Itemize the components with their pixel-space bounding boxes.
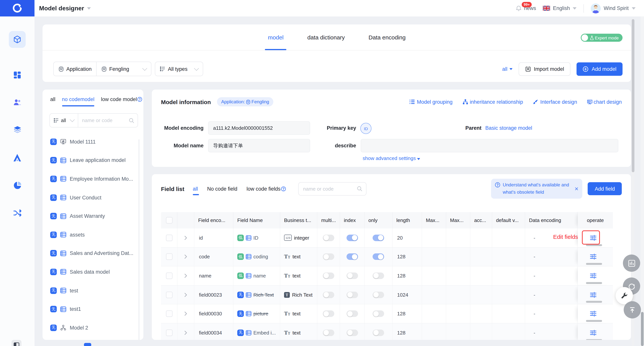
- chevron-down-icon[interactable]: [87, 7, 91, 9]
- only-toggle[interactable]: [372, 254, 384, 260]
- expand-row[interactable]: [178, 228, 194, 247]
- field-tab-low-code[interactable]: low code fields: [246, 186, 286, 191]
- close-icon[interactable]: ✕: [574, 186, 579, 191]
- application-select[interactable]: Application Fengling: [53, 62, 152, 76]
- index-toggle[interactable]: [346, 254, 358, 260]
- sidebar-item-dashboard[interactable]: [9, 67, 26, 83]
- row-checkbox[interactable]: [166, 235, 172, 241]
- edit-field-button[interactable]: [590, 292, 596, 298]
- model-list-item[interactable]: 无 Sales and Advertising Dat...: [42, 244, 143, 263]
- inheritance-relationship-button[interactable]: inheritance relationship: [462, 99, 523, 105]
- model-name-input[interactable]: [208, 139, 310, 152]
- add-field-button[interactable]: Add field: [588, 182, 622, 195]
- import-model-button[interactable]: Import model: [518, 62, 570, 76]
- row-checkbox[interactable]: [166, 292, 172, 298]
- tab-data-encoding[interactable]: Data encoding: [368, 34, 406, 41]
- sidebar-item-layers[interactable]: [9, 121, 26, 138]
- index-toggle[interactable]: [346, 310, 358, 317]
- show-advanced-settings-link[interactable]: show advanced settings: [152, 155, 631, 161]
- search-icon[interactable]: [357, 186, 362, 191]
- only-toggle[interactable]: [372, 235, 384, 241]
- collapse-sidebar-button[interactable]: [12, 340, 22, 346]
- multi-toggle[interactable]: [323, 273, 334, 279]
- model-list-item[interactable]: 无 Leave application model: [42, 151, 143, 170]
- app-logo[interactable]: [0, 0, 34, 16]
- sidebar-item-team[interactable]: [9, 94, 26, 111]
- select-all-checkbox[interactable]: [166, 217, 172, 223]
- index-toggle[interactable]: [346, 235, 358, 241]
- sidebar-item-ai[interactable]: [9, 149, 26, 166]
- edit-field-button[interactable]: [590, 310, 596, 317]
- model-list-item[interactable]: 无 Employee Information Mo...: [42, 170, 143, 188]
- expand-row[interactable]: [178, 266, 194, 285]
- user-menu[interactable]: Wind Spirit: [590, 3, 636, 13]
- model-search-filter[interactable]: all: [50, 114, 78, 127]
- horizontal-scrollbar[interactable]: [586, 339, 602, 340]
- model-search-input[interactable]: [78, 118, 129, 123]
- parent-model-link[interactable]: Basic storage model: [485, 121, 532, 135]
- expand-row[interactable]: [178, 247, 194, 266]
- model-list-item[interactable]: 无 Model 2: [42, 319, 143, 337]
- expand-row[interactable]: [178, 286, 194, 304]
- model-grouping-button[interactable]: Model grouping: [410, 99, 452, 105]
- index-toggle[interactable]: [346, 273, 358, 279]
- only-toggle[interactable]: [372, 310, 384, 317]
- multi-toggle[interactable]: [323, 235, 334, 241]
- tab-data-dictionary[interactable]: data dictionary: [308, 34, 345, 41]
- sidebar-item-model-designer[interactable]: [9, 31, 26, 48]
- sidebar-item-analytics[interactable]: [9, 177, 26, 194]
- field-search-input[interactable]: [302, 185, 357, 192]
- pagination-button[interactable]: [84, 343, 91, 346]
- field-tab-all[interactable]: all: [193, 186, 198, 191]
- model-list-item[interactable]: 无 User Conduct: [42, 188, 143, 207]
- add-model-button[interactable]: Add model: [577, 62, 622, 76]
- question-circle-icon[interactable]: [137, 97, 142, 102]
- sidebar-item-integration[interactable]: [9, 204, 26, 221]
- row-checkbox[interactable]: [166, 310, 172, 317]
- model-tab-low-code[interactable]: low code model: [101, 96, 142, 102]
- multi-toggle[interactable]: [323, 254, 334, 260]
- interface-design-button[interactable]: Interface design: [533, 99, 577, 105]
- horizontal-scrollbar[interactable]: [586, 263, 602, 265]
- multi-toggle[interactable]: [323, 310, 334, 317]
- describe-input[interactable]: [361, 139, 618, 152]
- edit-field-button[interactable]: [590, 330, 596, 336]
- row-checkbox[interactable]: [166, 273, 172, 279]
- model-tab-all[interactable]: all: [50, 96, 56, 102]
- chart-fab-button[interactable]: [623, 255, 640, 272]
- back-to-top-fab-button[interactable]: [624, 301, 641, 319]
- multi-toggle[interactable]: [323, 292, 334, 298]
- expert-mode-toggle[interactable]: Expert mode: [580, 34, 622, 42]
- content-scrollbar-thumb[interactable]: [632, 19, 634, 172]
- scope-dropdown[interactable]: all: [502, 66, 512, 72]
- model-encoding-input[interactable]: [208, 121, 310, 135]
- model-list-item[interactable]: 无 test1: [42, 300, 143, 319]
- row-checkbox[interactable]: [166, 254, 172, 260]
- horizontal-scrollbar[interactable]: [586, 282, 602, 284]
- index-toggle[interactable]: [346, 330, 358, 336]
- search-icon[interactable]: [129, 118, 134, 123]
- only-toggle[interactable]: [372, 330, 384, 336]
- question-circle-icon[interactable]: [281, 186, 286, 191]
- multi-toggle[interactable]: [323, 330, 334, 336]
- row-checkbox[interactable]: [166, 330, 172, 336]
- horizontal-scrollbar[interactable]: [586, 320, 602, 322]
- only-toggle[interactable]: [372, 273, 384, 279]
- language-selector[interactable]: English: [543, 5, 576, 11]
- type-filter-select[interactable]: All types: [155, 62, 203, 76]
- horizontal-scrollbar[interactable]: [586, 301, 602, 303]
- expand-row[interactable]: [178, 324, 194, 340]
- page-scrollbar-thumb[interactable]: [641, 312, 644, 346]
- only-toggle[interactable]: [372, 292, 384, 298]
- page-scrollbar-track[interactable]: [640, 16, 644, 346]
- chart-design-button[interactable]: chart design: [587, 99, 622, 105]
- model-list-item[interactable]: 无 assets: [42, 225, 143, 244]
- edit-field-button[interactable]: [590, 273, 596, 279]
- model-list-item[interactable]: 无 test: [42, 281, 143, 300]
- model-tab-no-code[interactable]: no codemodel: [62, 96, 94, 102]
- model-list-item[interactable]: 无 Sales data model: [42, 263, 143, 281]
- field-tab-no-code[interactable]: No code field: [207, 186, 238, 191]
- tab-model[interactable]: model: [268, 34, 284, 41]
- model-list-item[interactable]: 无 Asset Warranty: [42, 207, 143, 225]
- model-list-item[interactable]: 无 Model 1111: [42, 132, 143, 151]
